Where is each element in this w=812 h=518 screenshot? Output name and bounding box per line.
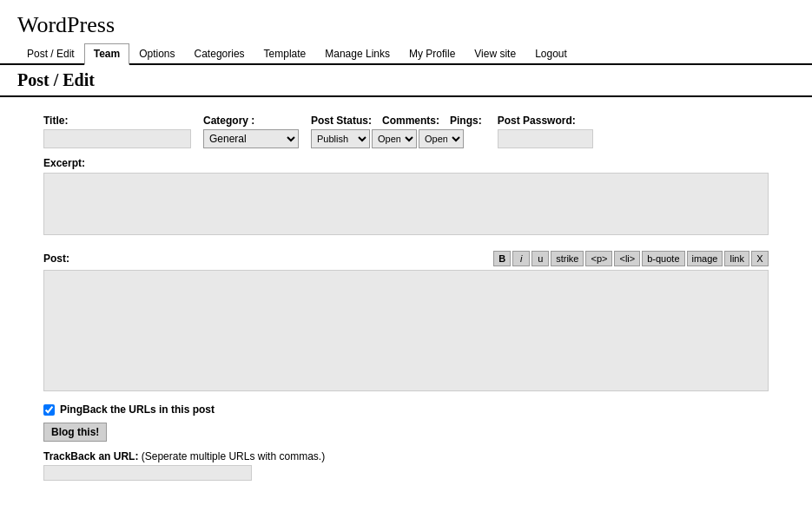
comments-label: Comments: — [382, 115, 439, 127]
trackback-input[interactable] — [43, 465, 252, 481]
excerpt-label: Excerpt: — [43, 157, 769, 169]
italic-button[interactable]: i — [512, 251, 530, 266]
bold-button[interactable]: B — [493, 251, 511, 266]
image-button[interactable]: image — [687, 251, 723, 266]
post-label: Post: — [43, 252, 69, 265]
pings-select[interactable]: Open Closed — [419, 129, 464, 148]
pingback-checkbox[interactable] — [43, 404, 55, 416]
title-input[interactable] — [43, 129, 191, 148]
post-status-select[interactable]: Publish Draft Private — [311, 129, 370, 148]
page-title-bar: Post / Edit — [0, 65, 812, 97]
post-password-label: Post Password: — [498, 115, 593, 127]
underline-button[interactable]: u — [531, 251, 549, 266]
site-title: WordPress — [17, 12, 795, 38]
nav-item-post-edit[interactable]: Post / Edit — [17, 43, 84, 63]
strike-button[interactable]: strike — [551, 251, 584, 266]
excerpt-textarea[interactable] — [43, 173, 769, 235]
nav-bar: Post / Edit Team Options Categories Temp… — [17, 43, 795, 63]
nav-item-team[interactable]: Team — [84, 43, 129, 65]
nav-item-manage-links[interactable]: Manage Links — [315, 43, 399, 63]
title-label: Title: — [43, 115, 191, 127]
li-tag-button[interactable]: <li> — [614, 251, 640, 266]
trackback-note: (Seperate multiple URLs with commas.) — [142, 450, 325, 462]
nav-item-options[interactable]: Options — [129, 43, 184, 63]
post-textarea[interactable] — [43, 270, 769, 391]
category-select[interactable]: General Uncategorized — [203, 129, 299, 148]
page-title: Post / Edit — [17, 70, 795, 90]
comments-select[interactable]: Open Closed — [372, 129, 417, 148]
post-toolbar: B i u strike <p> <li> b-quote image link… — [493, 251, 769, 266]
pings-label: Pings: — [450, 115, 482, 127]
nav-item-categories[interactable]: Categories — [185, 43, 254, 63]
nav-item-view-site[interactable]: View site — [465, 43, 525, 63]
blog-this-button[interactable]: Blog this! — [43, 423, 107, 442]
category-label: Category : — [203, 115, 299, 127]
p-tag-button[interactable]: <p> — [585, 251, 612, 266]
nav-item-my-profile[interactable]: My Profile — [399, 43, 465, 63]
nav-item-logout[interactable]: Logout — [525, 43, 577, 63]
close-button[interactable]: X — [751, 251, 769, 266]
post-password-input[interactable] — [498, 129, 593, 148]
post-status-label: Post Status: — [311, 115, 372, 127]
pingback-label: PingBack the URLs in this post — [60, 403, 215, 416]
nav-item-template[interactable]: Template — [254, 43, 316, 63]
trackback-label: TrackBack an URL: — [43, 450, 138, 462]
link-button[interactable]: link — [724, 251, 749, 266]
bquote-button[interactable]: b-quote — [642, 251, 684, 266]
